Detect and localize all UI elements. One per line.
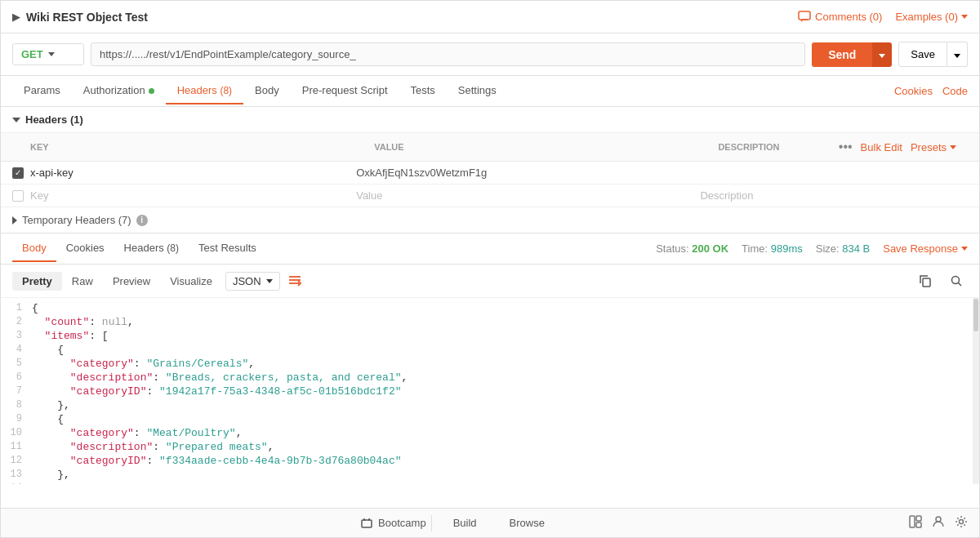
svg-rect-10 xyxy=(910,516,915,527)
collapse-icon[interactable]: ▶ xyxy=(12,11,20,23)
format-chevron-icon xyxy=(266,279,273,283)
response-body-container: 1 { 2 "count": null, 3 "items": [ 4 { 5 … xyxy=(1,298,979,484)
header-row-placeholder: Key Value Description xyxy=(1,185,979,207)
page-title: Wiki REST Object Test xyxy=(26,11,148,24)
save-response-chevron-icon xyxy=(961,247,968,251)
format-tab-visualize[interactable]: Visualize xyxy=(160,272,222,291)
format-tabs: Pretty Raw Preview Visualize xyxy=(12,272,222,291)
scrollbar-track[interactable] xyxy=(973,298,979,484)
size-label: Size: 834 B xyxy=(816,242,871,255)
json-format-selector[interactable]: JSON xyxy=(225,272,280,291)
json-line: 10 "category": "Meat/Poultry", xyxy=(1,426,979,440)
search-button[interactable] xyxy=(945,269,968,292)
json-line: 1 { xyxy=(1,301,979,315)
col-key-label: KEY xyxy=(30,139,374,155)
format-tab-preview[interactable]: Preview xyxy=(103,272,160,291)
row2-description[interactable]: Description xyxy=(700,189,968,202)
resp-tab-cookies[interactable]: Cookies xyxy=(56,235,114,262)
headers-table-header: KEY VALUE DESCRIPTION ••• Bulk Edit Pres… xyxy=(1,133,979,162)
scrollbar-thumb[interactable] xyxy=(973,299,978,331)
layout-icon[interactable] xyxy=(909,515,922,531)
svg-rect-12 xyxy=(916,522,921,527)
examples-button[interactable]: Examples (0) xyxy=(895,11,968,23)
size-value: 834 B xyxy=(842,242,870,255)
send-button[interactable]: Send xyxy=(812,42,872,67)
layout-icon xyxy=(909,515,922,528)
word-wrap-icon xyxy=(287,273,302,288)
bottom-tab-browse[interactable]: Browse xyxy=(493,514,561,532)
title-left: ▶ Wiki REST Object Test xyxy=(12,11,148,24)
headers-group-header[interactable]: Headers (1) xyxy=(1,107,979,133)
row1-checkbox[interactable]: ✓ xyxy=(12,167,30,179)
word-wrap-button[interactable] xyxy=(283,269,306,292)
more-options-button[interactable]: ••• xyxy=(839,140,853,154)
json-line: 4 { xyxy=(1,343,979,357)
row2-key[interactable]: Key xyxy=(30,189,356,202)
save-button[interactable]: Save xyxy=(898,42,947,67)
method-chevron-icon xyxy=(48,52,55,56)
format-tabs-area: Pretty Raw Preview Visualize JSON xyxy=(12,269,306,292)
code-link[interactable]: Code xyxy=(942,85,968,97)
row1-key[interactable]: x-api-key xyxy=(30,167,356,179)
save-chevron-icon xyxy=(954,54,960,58)
json-line: 9 { xyxy=(1,412,979,426)
time-label: Time: 989ms xyxy=(742,242,803,255)
settings-icon[interactable] xyxy=(955,515,968,531)
url-input[interactable] xyxy=(91,42,805,66)
save-response-button[interactable]: Save Response xyxy=(883,242,968,255)
bottom-tab-build[interactable]: Build xyxy=(437,514,493,532)
tab-params[interactable]: Params xyxy=(12,78,72,104)
send-dropdown-button[interactable] xyxy=(872,42,892,67)
resp-tab-headers[interactable]: Headers (8) xyxy=(114,235,189,262)
cookies-link[interactable]: Cookies xyxy=(894,85,933,97)
temp-headers-label: Temporary Headers (7) xyxy=(22,214,131,226)
info-icon[interactable]: i xyxy=(136,215,148,226)
req-tabs-right: Cookies Code xyxy=(894,85,968,97)
title-bar: ▶ Wiki REST Object Test Comments (0) Exa… xyxy=(1,1,979,33)
resp-tab-body[interactable]: Body xyxy=(12,235,56,262)
resp-tab-test-results[interactable]: Test Results xyxy=(189,235,266,262)
header-actions: ••• Bulk Edit Presets xyxy=(827,136,968,158)
row2-checkbox[interactable] xyxy=(12,190,30,202)
tab-headers[interactable]: Headers (8) xyxy=(166,78,243,104)
format-tab-pretty[interactable]: Pretty xyxy=(12,272,62,291)
save-dropdown-button[interactable] xyxy=(947,42,968,67)
headers-group-title: Headers (1) xyxy=(25,113,83,126)
bottom-tabs: Bootcamp Build Browse xyxy=(360,514,561,532)
response-tabs: Body Cookies Headers (8) Test Results St… xyxy=(1,233,979,265)
person-icon[interactable] xyxy=(932,515,945,531)
resp-tabs-left: Body Cookies Headers (8) Test Results xyxy=(12,235,266,262)
comments-button[interactable]: Comments (0) xyxy=(798,11,882,24)
bulk-edit-button[interactable]: Bulk Edit xyxy=(861,141,902,153)
copy-button[interactable] xyxy=(914,269,937,292)
send-button-group: Send xyxy=(812,42,892,67)
bootcamp-button[interactable]: Bootcamp xyxy=(360,517,426,530)
row2-value[interactable]: Value xyxy=(356,189,700,202)
bottom-divider xyxy=(431,515,432,531)
auth-dot-indicator xyxy=(149,88,154,94)
tab-pre-request[interactable]: Pre-request Script xyxy=(291,78,399,104)
presets-button[interactable]: Presets xyxy=(911,141,956,153)
time-value: 989ms xyxy=(771,242,803,255)
tab-body[interactable]: Body xyxy=(243,78,291,104)
bottom-right-icons xyxy=(909,515,968,531)
json-body[interactable]: 1 { 2 "count": null, 3 "items": [ 4 { 5 … xyxy=(1,298,979,484)
json-line: 5 "category": "Grains/Cereals", xyxy=(1,357,979,371)
tab-tests[interactable]: Tests xyxy=(399,78,447,104)
json-line: 3 "items": [ xyxy=(1,329,979,343)
bootcamp-label: Bootcamp xyxy=(378,517,426,529)
row1-value[interactable]: OxkAfjEqN1szv0WetzmF1g xyxy=(356,167,700,179)
chevron-down-icon xyxy=(961,15,968,19)
method-selector[interactable]: GET xyxy=(12,43,84,65)
json-line: 6 "description": "Breads, crackers, past… xyxy=(1,371,979,385)
person-icon xyxy=(932,515,945,528)
bottom-bar: Bootcamp Build Browse xyxy=(1,508,979,537)
json-line: 12 "categoryID": "f334aade-cebb-4e4a-9b7… xyxy=(1,454,979,468)
svg-point-5 xyxy=(952,277,960,284)
headers-section: Headers (1) KEY VALUE DESCRIPTION ••• Bu… xyxy=(1,107,979,233)
tab-settings[interactable]: Settings xyxy=(447,78,508,104)
format-tab-raw[interactable]: Raw xyxy=(62,272,103,291)
temp-headers-section[interactable]: Temporary Headers (7) i xyxy=(1,207,979,233)
tab-authorization[interactable]: Authorization xyxy=(72,78,166,104)
method-label: GET xyxy=(21,48,43,60)
